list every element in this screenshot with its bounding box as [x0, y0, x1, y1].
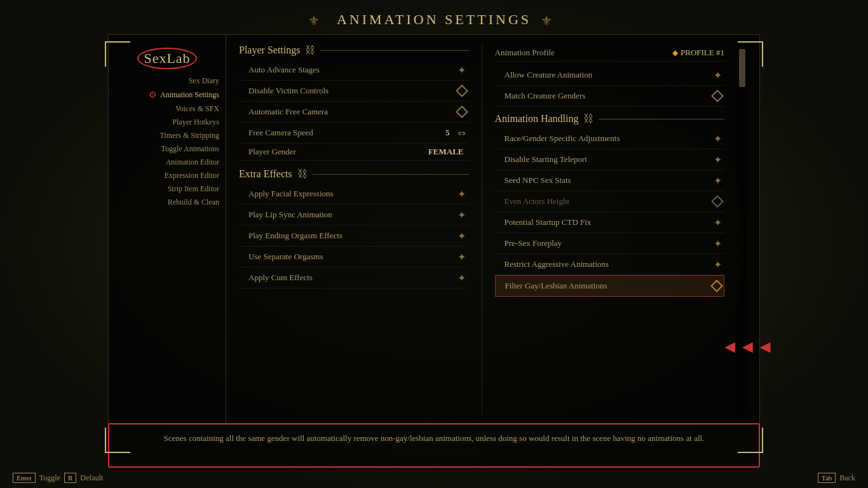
sidebar: SexLab Sex Diary Animation Settings Voic… — [109, 35, 226, 424]
setting-race-gender[interactable]: Race/Gender Specific Adjustments ✦ — [495, 128, 725, 149]
cross-icon-dt: ✦ — [710, 152, 724, 166]
cross-icon-ra: ✦ — [710, 257, 724, 271]
cross-icon-oe: ✦ — [455, 229, 469, 243]
cross-icon-ls: ✦ — [455, 208, 469, 222]
animation-handling-header: Animation Handling ⛓ — [495, 113, 725, 125]
setting-disable-victim[interactable]: Disable Victim Controls — [239, 81, 469, 102]
extra-effects-list: Apply Facial Expressions ✦ Play Lip Sync… — [239, 184, 469, 288]
diamond-icon-fg — [710, 279, 724, 293]
corner-decoration-tl — [105, 41, 130, 67]
cross-icon-rg: ✦ — [710, 132, 724, 146]
section-chain-icon-3: ⛓ — [583, 113, 593, 125]
section-divider-3 — [599, 119, 724, 119]
setting-lip-sync[interactable]: Play Lip Sync Animation ✦ — [239, 205, 469, 226]
sidebar-item-timers-stripping[interactable]: Timers & Stripping — [109, 129, 226, 142]
cross-icon-so: ✦ — [455, 250, 469, 264]
player-settings-list: Auto Advance Stages ✦ Disable Victim Con… — [239, 60, 469, 161]
default-label: Default — [80, 473, 103, 483]
cross-icon-sc: ✦ — [710, 215, 724, 229]
animation-profile-row[interactable]: Animation Profile ◆ PROFILE #1 — [495, 44, 725, 62]
setting-player-gender[interactable]: Player Gender FEMALE — [239, 144, 469, 161]
player-settings-header: Player Settings ⛓ — [239, 44, 469, 56]
extra-effects-header: Extra Effects ⛓ — [239, 168, 469, 180]
section-divider — [320, 50, 468, 51]
section-divider-2 — [313, 174, 469, 175]
left-column: Player Settings ⛓ Auto Advance Stages ✦ … — [239, 44, 469, 414]
sidebar-item-voices-sfx[interactable]: Voices & SFX — [109, 102, 226, 116]
content-area: SexLab Sex Diary Animation Settings Voic… — [108, 34, 760, 424]
header-ornament-right: ⚜ — [541, 13, 560, 26]
handling-settings-list: Race/Gender Specific Adjustments ✦ Disab… — [495, 128, 725, 297]
setting-allow-creature[interactable]: Allow Creature Animation ✦ — [495, 65, 725, 86]
cross-icon-sn: ✦ — [710, 173, 724, 187]
right-column: Animation Profile ◆ PROFILE #1 Allow Cre… — [482, 44, 725, 414]
tab-hint: Tab Back — [818, 473, 855, 483]
cross-icon-0: ✦ — [455, 63, 469, 77]
profile-value: ◆ PROFILE #1 — [672, 48, 724, 58]
section-chain-icon-2: ⛓ — [297, 168, 308, 180]
sidebar-item-strip-item-editor[interactable]: Strip Item Editor — [109, 182, 226, 196]
r-key: R — [64, 473, 76, 483]
sidebar-item-expression-editor[interactable]: Expression Editor — [109, 169, 226, 182]
header: ⚜ ANIMATION SETTINGS ⚜ — [0, 0, 868, 34]
diamond-icon-mc — [710, 89, 724, 103]
cross-icon-fe: ✦ — [455, 187, 469, 201]
setting-disable-teleport[interactable]: Disable Starting Teleport ✦ — [495, 149, 725, 170]
setting-camera-speed[interactable]: Free Camera Speed 5 ⇔ — [239, 123, 469, 144]
back-label: Back — [839, 473, 855, 483]
toggle-label: Toggle — [39, 473, 60, 483]
tab-key: Tab — [818, 473, 836, 483]
sidebar-item-rebuild-clean[interactable]: Rebuild & Clean — [109, 196, 226, 209]
sidebar-item-toggle-animations[interactable]: Toggle Animations — [109, 142, 226, 156]
bottom-bar: Enter Toggle R Default Tab Back — [0, 468, 868, 488]
setting-startup-ctd[interactable]: Potential Startup CTD Fix ✦ — [495, 212, 725, 233]
enter-key: Enter — [13, 473, 36, 483]
red-arrow-indicator: ◄◄◄ — [721, 337, 774, 361]
header-ornament-left: ⚜ — [308, 13, 327, 26]
profile-diamond-icon: ◆ — [672, 48, 678, 58]
sidebar-item-animation-settings[interactable]: Animation Settings — [109, 88, 226, 102]
main-panel: Player Settings ⛓ Auto Advance Stages ✦ … — [226, 35, 759, 424]
setting-facial-expressions[interactable]: Apply Facial Expressions ✦ — [239, 184, 469, 205]
setting-even-actors[interactable]: Even Actors Height — [495, 191, 725, 212]
page-title: ANIMATION SETTINGS — [337, 11, 531, 28]
corner-decoration-tr — [738, 41, 763, 67]
double-arrow-icon: ⇔ — [455, 126, 469, 140]
enter-hint: Enter Toggle R Default — [13, 473, 103, 483]
cross-icon-ce: ✦ — [455, 271, 469, 285]
setting-cum-effects[interactable]: Apply Cum Effects ✦ — [239, 268, 469, 288]
setting-seed-npc[interactable]: Seed NPC Sex Stats ✦ — [495, 170, 725, 191]
description-panel: Scenes containing all the same gender wi… — [108, 423, 760, 468]
sidebar-item-sex-diary[interactable]: Sex Diary — [109, 74, 226, 88]
cross-icon-ps: ✦ — [710, 236, 724, 250]
setting-pre-sex[interactable]: Pre-Sex Foreplay ✦ — [495, 233, 725, 254]
diamond-icon-2 — [455, 105, 469, 119]
setting-auto-camera[interactable]: Automatic Free Camera — [239, 102, 469, 123]
sidebar-item-animation-editor[interactable]: Animation Editor — [109, 156, 226, 169]
setting-match-creature[interactable]: Match Creature Genders — [495, 86, 725, 107]
setting-separate-orgasms[interactable]: Use Separate Orgasms ✦ — [239, 247, 469, 268]
setting-filter-gay[interactable]: Filter Gay/Lesbian Animations — [495, 275, 725, 297]
setting-restrict-aggressive[interactable]: Restrict Aggressive Animations ✦ — [495, 254, 725, 275]
corner-decoration-br — [738, 428, 763, 453]
sidebar-item-player-hotkeys[interactable]: Player Hotkeys — [109, 116, 226, 129]
cross-icon-ac: ✦ — [710, 68, 724, 82]
setting-auto-advance[interactable]: Auto Advance Stages ✦ — [239, 60, 469, 81]
setting-orgasm-effects[interactable]: Play Ending Orgasm Effects ✦ — [239, 226, 469, 247]
corner-decoration-bl — [105, 428, 130, 453]
diamond-icon-1 — [455, 84, 469, 98]
section-chain-icon: ⛓ — [305, 44, 315, 56]
sidebar-main-title[interactable]: SexLab — [137, 48, 196, 69]
diamond-icon-ea — [710, 194, 724, 208]
